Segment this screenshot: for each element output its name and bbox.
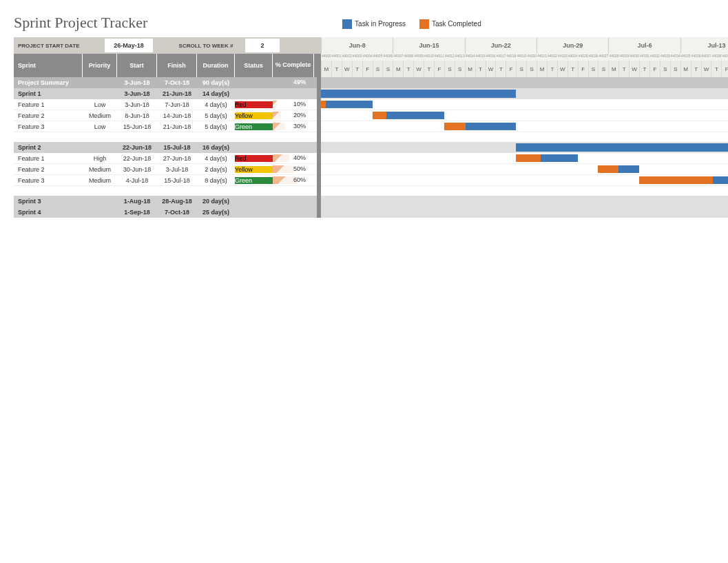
dow-cell: W (557, 61, 568, 77)
table-row[interactable]: Sprint 31-Aug-1828-Aug-1820 day(s) (14, 196, 317, 207)
table-row[interactable]: Sprint 222-Jun-1815-Jul-1816 day(s) (14, 142, 317, 153)
gantt-bar-completed (598, 165, 618, 173)
gantt-bar-completed (639, 176, 713, 184)
dow-cell: T (711, 61, 721, 77)
dow-cell: F (578, 61, 588, 77)
tracker-container: PROJECT START DATE 26-May-18 SCROLL TO W… (14, 37, 709, 218)
table-row[interactable]: Sprint 13-Jun-1821-Jun-1814 day(s) (14, 88, 317, 99)
dow-cell: S (526, 61, 537, 77)
control-row: PROJECT START DATE 26-May-18 SCROLL TO W… (14, 37, 317, 54)
status-badge: Yellow (235, 112, 273, 119)
week-header-cell: Jun-15 (393, 37, 464, 54)
week-header-cell: Jun-8 (321, 37, 393, 54)
gantt-bar-completed (516, 154, 541, 162)
col-start: Start (117, 54, 157, 77)
gantt-bar-sprint (516, 143, 728, 152)
table-row[interactable]: Feature 3Low15-Jun-1821-Jun-185 day(s)Gr… (14, 121, 317, 132)
gantt-bar-sprint (321, 90, 516, 98)
start-date-field[interactable]: 26-May-18 (105, 39, 153, 52)
gantt-bar-in-progress (713, 176, 728, 184)
dow-cell: F (506, 61, 516, 77)
dow-cell: W (342, 61, 352, 77)
dow-cell: S (373, 61, 383, 77)
week-header-cell: Jun-29 (537, 37, 608, 54)
col-finish: Finish (157, 54, 197, 77)
table-row[interactable]: Feature 2Medium8-Jun-1814-Jun-185 day(s)… (14, 110, 317, 121)
page-title: Sprint Project Tracker (14, 14, 147, 32)
col-pct-complete: % Complete (273, 54, 314, 77)
day-header: MTWTFSSMTWTFSSMTWTFSSMTWTFSSMTWTFSSMTWTF… (321, 61, 728, 77)
scroll-week-label: SCROLL TO WEEK # (168, 37, 244, 54)
dow-cell: W (629, 61, 639, 77)
dow-cell: T (475, 61, 486, 77)
serial-header: 4400044001440024400344004440054400644007… (321, 54, 728, 61)
dow-cell: S (670, 61, 680, 77)
dow-cell: T (639, 61, 649, 77)
status-badge: Red (235, 155, 273, 162)
dow-cell: T (691, 61, 701, 77)
dow-cell: M (465, 61, 475, 77)
col-status: Status (235, 54, 273, 77)
dow-cell: T (547, 61, 557, 77)
gantt-bar-completed (321, 101, 326, 108)
week-header: Jun-8Jun-15Jun-22Jun-29Jul-6Jul-13 (321, 37, 728, 54)
dow-cell: M (680, 61, 691, 77)
table-row[interactable]: Feature 3Medium4-Jul-1815-Jul-188 day(s)… (14, 175, 317, 186)
legend-swatch-completed (419, 19, 429, 29)
table-row[interactable]: Feature 1High22-Jun-1827-Jun-184 day(s)R… (14, 153, 317, 164)
table-row[interactable]: Feature 1Low3-Jun-187-Jun-184 day(s)Red1… (14, 99, 317, 110)
dow-cell: W (701, 61, 711, 77)
dow-cell: S (382, 61, 393, 77)
table-row[interactable]: Feature 2Medium30-Jun-183-Jul-182 day(s)… (14, 164, 317, 175)
col-duration: Duration (197, 54, 235, 77)
legend-swatch-in-progress (342, 19, 352, 29)
legend-label-in-progress: Task in Progress (355, 20, 406, 28)
dow-cell: T (495, 61, 506, 77)
dow-cell: T (403, 61, 413, 77)
dow-cell: S (444, 61, 455, 77)
table-row[interactable]: Sprint 41-Sep-187-Oct-1825 day(s) (14, 207, 317, 218)
dow-cell: S (660, 61, 670, 77)
dow-cell: T (424, 61, 434, 77)
status-badge: Green (235, 177, 273, 184)
legend: Task in Progress Task Completed (342, 19, 481, 29)
dow-cell: S (598, 61, 608, 77)
dow-cell: F (434, 61, 444, 77)
gantt-bar-in-progress (466, 123, 516, 130)
dow-cell: F (649, 61, 660, 77)
gantt-bar-in-progress (618, 165, 639, 173)
dow-cell: M (537, 61, 547, 77)
dow-cell: M (608, 61, 618, 77)
status-badge: Green (235, 123, 273, 130)
col-priority: Priority (83, 54, 117, 77)
table-row[interactable]: Project Summary3-Jun-187-Oct-1890 day(s)… (14, 77, 317, 88)
scroll-week-field[interactable]: 2 (245, 39, 280, 52)
gantt-rows (321, 77, 728, 218)
dow-cell: F (362, 61, 373, 77)
dow-cell: S (455, 61, 465, 77)
left-pane: PROJECT START DATE 26-May-18 SCROLL TO W… (14, 37, 317, 218)
legend-label-completed: Task Completed (432, 20, 481, 28)
table-body: Project Summary3-Jun-187-Oct-1890 day(s)… (14, 77, 317, 218)
gantt-bar-in-progress (386, 112, 444, 119)
dow-cell: M (321, 61, 331, 77)
dow-cell: W (486, 61, 496, 77)
table-header: Sprint Priority Start Finish Duration St… (14, 54, 317, 77)
dow-cell: T (331, 61, 342, 77)
dow-cell: T (352, 61, 362, 77)
dow-cell: T (568, 61, 578, 77)
dow-cell: W (413, 61, 424, 77)
dow-cell: T (618, 61, 629, 77)
gantt-bar-completed (444, 123, 466, 130)
gantt-bar-in-progress (326, 101, 372, 108)
week-header-cell: Jun-22 (465, 37, 537, 54)
dow-cell: S (516, 61, 526, 77)
gantt-bar-completed (373, 112, 387, 119)
week-header-cell: Jul-6 (608, 37, 680, 54)
col-sprint: Sprint (14, 54, 83, 77)
status-badge: Red (235, 101, 273, 108)
dow-cell: M (393, 61, 403, 77)
gantt-bar-in-progress (541, 154, 578, 162)
gantt-pane[interactable]: Jun-8Jun-15Jun-22Jun-29Jul-6Jul-13 44000… (321, 37, 728, 218)
start-date-label: PROJECT START DATE (14, 37, 103, 54)
